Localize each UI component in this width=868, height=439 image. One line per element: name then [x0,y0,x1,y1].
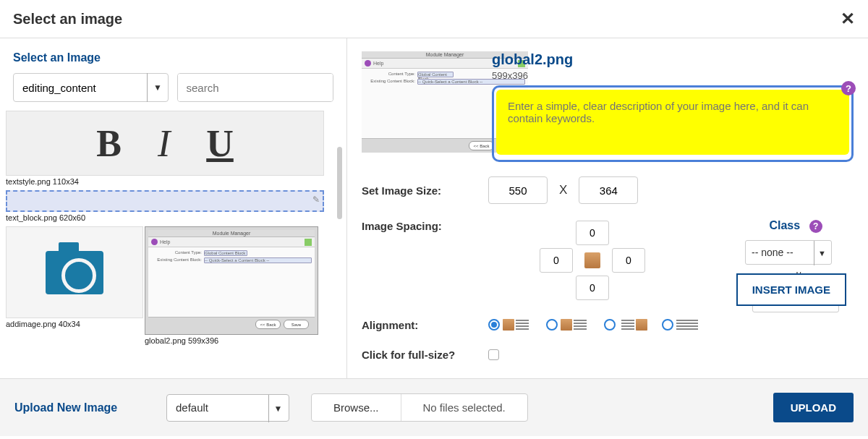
class-select-value: -- none -- [752,247,793,258]
thumb-caption: global2.png 599x396 [145,335,318,346]
preview-dimensions: 599x396 [492,70,854,81]
spacing-grid [539,220,646,301]
gallery-thumb[interactable]: addimage.png 40x34 [6,226,143,346]
spacing-left-input[interactable] [540,248,573,273]
select-image-heading: Select an Image [13,51,333,64]
search-button[interactable] [333,74,334,101]
browse-button[interactable]: Browse... [312,394,401,421]
align-right-option[interactable] [604,317,647,333]
folder-select-value[interactable] [13,73,169,102]
radio-icon [546,319,558,331]
upload-folder-value: default [176,401,208,414]
class-select[interactable]: -- none -- ▼ [745,240,832,265]
search-input[interactable] [178,74,333,101]
folder-select[interactable]: ▼ [13,73,169,102]
search-icon [333,81,334,94]
chevron-down-icon: ▼ [814,241,830,265]
height-input[interactable] [579,176,638,204]
chevron-down-icon: ▼ [147,73,169,102]
help-icon[interactable]: ? [809,220,822,233]
italic-icon: I [158,122,170,165]
radio-icon [488,319,500,331]
dimension-separator: X [559,183,567,197]
class-heading: Class [769,219,800,231]
thumb-caption: text_block.png 620x60 [6,212,324,223]
upload-folder-select[interactable]: default ▼ [166,394,289,422]
bold-icon: B [96,122,122,165]
spacing-right-input[interactable] [612,248,645,273]
upload-button[interactable]: UPLOAD [773,393,854,422]
insert-image-button[interactable]: INSERT IMAGE [736,273,846,306]
radio-icon [662,319,673,331]
radio-icon [604,319,616,331]
search-box[interactable] [177,73,334,102]
fullsize-checkbox[interactable] [488,349,499,360]
close-icon[interactable]: ✕ [841,9,855,29]
description-textarea[interactable] [496,90,849,155]
spacing-label: Image Spacing: [362,220,488,232]
upload-heading: Upload New Image [14,401,145,414]
size-label: Set Image Size: [362,184,488,197]
thumb-caption: addimage.png 40x34 [6,318,143,330]
gallery-thumb[interactable]: Module Manager Help Content Type:Global … [145,226,318,346]
help-icon[interactable]: ? [841,81,856,95]
align-none-option[interactable] [662,317,705,333]
chevron-down-icon: ▼ [268,395,287,422]
align-center-option[interactable] [546,317,590,333]
fullsize-label: Click for full-size? [362,349,488,361]
align-left-option[interactable] [488,317,532,333]
spacing-top-input[interactable] [576,221,609,245]
scrollbar[interactable] [337,147,342,219]
camera-icon [46,251,103,294]
underline-icon: U [206,122,234,165]
gallery-thumb[interactable]: B I U textstyle.png 110x34 [6,111,324,187]
pencil-icon: ✎ [312,195,320,205]
modal-title: Select an image [13,11,122,27]
spacing-center-icon [584,252,600,268]
alignment-label: Alignment: [362,319,488,331]
spacing-bottom-input[interactable] [576,276,609,300]
image-gallery[interactable]: B I U textstyle.png 110x34 ✎ text_block.… [0,111,346,378]
preview-filename: global2.png [492,51,854,68]
file-status: No files selected. [401,394,527,421]
thumb-caption: textstyle.png 110x34 [6,176,324,187]
width-input[interactable] [488,176,548,204]
window-preview-icon: Module Manager Help Content Type:Global … [148,230,315,331]
gallery-thumb-selected[interactable]: ✎ text_block.png 620x60 [6,190,324,223]
preview-thumbnail: Module Manager Help Content Type:Global … [362,51,477,124]
